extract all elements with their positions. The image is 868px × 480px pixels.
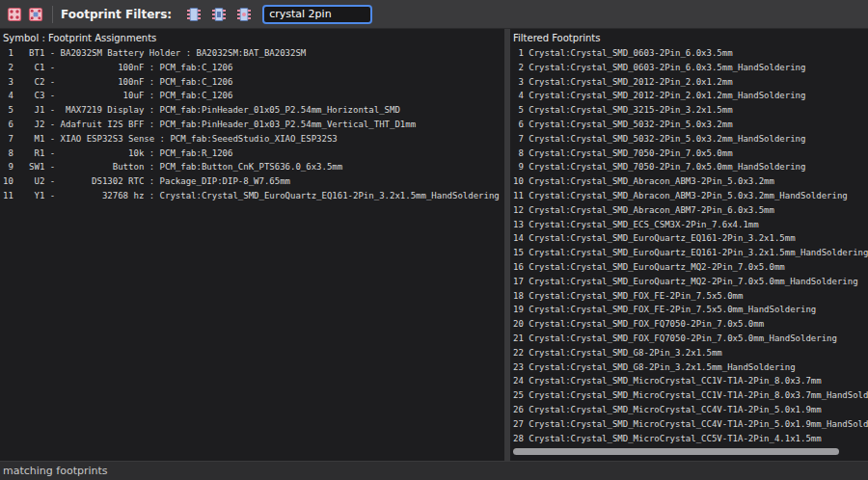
footprint-row[interactable]: 18 Crystal:Crystal_SMD_FOX_FE-2Pin_7.5x5… — [510, 289, 868, 304]
horizontal-scrollbar-thumb[interactable] — [513, 448, 839, 455]
footprint-row[interactable]: 8 Crystal:Crystal_SMD_7050-2Pin_7.0x5.0m… — [510, 147, 868, 161]
assignment-row[interactable]: 9 SW1 - Button : PCM_fab:Button_CnK_PTS6… — [0, 160, 504, 174]
toolbar-separator — [52, 6, 53, 23]
footprint-search-input[interactable] — [262, 5, 372, 24]
assignment-row[interactable]: 3 C2 - 100nF : PCM_fab:C_1206 — [0, 75, 504, 90]
filtered-footprints-header: Filtered Footprints — [510, 29, 868, 46]
footprint-row[interactable]: 9 Crystal:Crystal_SMD_7050-2Pin_7.0x5.0m… — [510, 160, 868, 174]
footprint-row[interactable]: 17 Crystal:Crystal_SMD_EuroQuartz_MQ2-2P… — [510, 275, 868, 289]
footprint-row[interactable]: 15 Crystal:Crystal_SMD_EuroQuartz_EQ161-… — [510, 246, 868, 260]
symbol-assignments-panel: Symbol : Footprint Assignments 1 BT1 - B… — [0, 29, 504, 461]
filter-by-keyword-button[interactable] — [182, 3, 205, 26]
footprint-row[interactable]: 2 Crystal:Crystal_SMD_0603-2Pin_6.0x3.5m… — [510, 61, 868, 75]
symbol-assignments-header: Symbol : Footprint Assignments — [0, 29, 504, 46]
footprint-row[interactable]: 1 Crystal:Crystal_SMD_0603-2Pin_6.0x3.5m… — [510, 46, 868, 61]
assignment-row[interactable]: 6 J2 - Adafruit I2S BFF : PCM_fab:PinHea… — [0, 118, 504, 132]
assignment-row[interactable]: 7 M1 - XIAO ESP32S3 Sense : PCM_fab:Seee… — [0, 132, 504, 147]
status-text: matching footprints — [3, 465, 108, 477]
filtered-footprints-list: 1 Crystal:Crystal_SMD_0603-2Pin_6.0x3.5m… — [510, 46, 868, 445]
assignment-row[interactable]: 10 U2 - DS1302 RTC : Package_DIP:DIP-8_W… — [0, 174, 504, 189]
footprint-row[interactable]: 3 Crystal:Crystal_SMD_2012-2Pin_2.0x1.2m… — [510, 75, 868, 90]
filter-by-library-button[interactable] — [232, 3, 256, 26]
filter-by-pincount-chip-icon — [210, 7, 228, 22]
footprint-row[interactable]: 25 Crystal:Crystal_SMD_MicroCrystal_CC1V… — [510, 388, 868, 403]
footprint-row[interactable]: 22 Crystal:Crystal_SMD_G8-2Pin_3.2x1.5mm — [510, 346, 868, 360]
horizontal-scrollbar[interactable] — [513, 448, 853, 456]
footprint-row[interactable]: 6 Crystal:Crystal_SMD_5032-2Pin_5.0x3.2m… — [510, 118, 868, 132]
footprint-row[interactable]: 16 Crystal:Crystal_SMD_EuroQuartz_MQ2-2P… — [510, 260, 868, 275]
footprint-row[interactable]: 7 Crystal:Crystal_SMD_5032-2Pin_5.0x3.2m… — [510, 132, 868, 147]
footprint-row[interactable]: 4 Crystal:Crystal_SMD_2012-2Pin_2.0x1.2m… — [510, 89, 868, 103]
main-content: Symbol : Footprint Assignments 1 BT1 - B… — [0, 29, 868, 461]
footprint-row[interactable]: 12 Crystal:Crystal_SMD_Abracon_ABM7-2Pin… — [510, 203, 868, 218]
assignment-row[interactable]: 5 J1 - MAX7219 Display : PCM_fab:PinHead… — [0, 103, 504, 118]
footprint-row[interactable]: 23 Crystal:Crystal_SMD_G8-2Pin_3.2x1.5mm… — [510, 360, 868, 375]
assignment-row[interactable]: 1 BT1 - BA2032SM Battery Holder : BA2032… — [0, 46, 504, 61]
filter-by-keyword-chip-icon — [185, 7, 203, 22]
symbol-assignments-list: 1 BT1 - BA2032SM Battery Holder : BA2032… — [0, 46, 504, 203]
footprint-row[interactable]: 13 Crystal:Crystal_SMD_ECS_CSM3X-2Pin_7.… — [510, 218, 868, 232]
assignment-row[interactable]: 2 C1 - 100nF : PCM_fab:C_1206 — [0, 61, 504, 75]
footprint-row[interactable]: 28 Crystal:Crystal_SMD_MicroCrystal_CC5V… — [510, 432, 868, 446]
filter-by-pincount-button[interactable] — [207, 3, 231, 26]
footprint-row[interactable]: 19 Crystal:Crystal_SMD_FOX_FE-2Pin_7.5x5… — [510, 303, 868, 317]
footprint-row[interactable]: 14 Crystal:Crystal_SMD_EuroQuartz_EQ161-… — [510, 231, 868, 246]
status-bar: matching footprints — [0, 461, 868, 480]
footprint-pads-icon[interactable] — [5, 4, 24, 25]
footprint-row[interactable]: 27 Crystal:Crystal_SMD_MicroCrystal_CC4V… — [510, 417, 868, 432]
toolbar: Footprint Filters: — [0, 0, 868, 29]
assignment-row[interactable]: 11 Y1 - 32768 hz : Crystal:Crystal_SMD_E… — [0, 189, 504, 203]
footprint-row[interactable]: 11 Crystal:Crystal_SMD_Abracon_ABM3-2Pin… — [510, 189, 868, 203]
footprint-row[interactable]: 10 Crystal:Crystal_SMD_Abracon_ABM3-2Pin… — [510, 174, 868, 189]
footprint-row[interactable]: 5 Crystal:Crystal_SMD_3215-2Pin_3.2x1.5m… — [510, 103, 868, 118]
footprint-row[interactable]: 24 Crystal:Crystal_SMD_MicroCrystal_CC1V… — [510, 374, 868, 388]
cvpcb-window: Footprint Filters: — [0, 0, 868, 480]
filtered-footprints-panel: Filtered Footprints 1 Crystal:Crystal_SM… — [510, 29, 868, 461]
footprint-pads-alt-icon[interactable] — [26, 4, 45, 25]
footprint-row[interactable]: 20 Crystal:Crystal_SMD_FOX_FQ7050-2Pin_7… — [510, 317, 868, 332]
filter-by-library-chip-icon — [235, 7, 253, 22]
footprint-row[interactable]: 26 Crystal:Crystal_SMD_MicroCrystal_CC4V… — [510, 403, 868, 417]
footprint-filters-label: Footprint Filters: — [61, 8, 172, 21]
assignment-row[interactable]: 8 R1 - 10k : PCM_fab:R_1206 — [0, 147, 504, 161]
assignment-row[interactable]: 4 C3 - 10uF : PCM_fab:C_1206 — [0, 89, 504, 103]
footprint-row[interactable]: 21 Crystal:Crystal_SMD_FOX_FQ7050-2Pin_7… — [510, 332, 868, 346]
